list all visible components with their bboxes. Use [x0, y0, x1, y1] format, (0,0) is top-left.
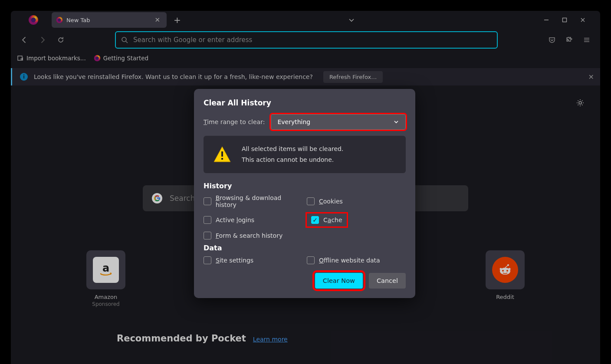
- history-checks: Browsing & download history Cookies Acti…: [204, 194, 406, 239]
- check-label: Cache: [323, 216, 342, 223]
- warning-icon: [212, 144, 232, 164]
- warning-box: All selected items will be cleared. This…: [204, 136, 406, 173]
- checkbox-icon: [204, 197, 211, 205]
- warning-line1: All selected items will be cleared.: [242, 144, 343, 154]
- clear-history-dialog: Clear All History Time range to clear: E…: [194, 89, 415, 298]
- svg-rect-25: [221, 151, 223, 157]
- check-form-history[interactable]: Form & search history: [204, 232, 302, 239]
- warning-line2: This action cannot be undone.: [242, 154, 343, 165]
- check-cache[interactable]: Cache: [311, 216, 342, 224]
- check-browsing-history[interactable]: Browsing & download history: [204, 194, 302, 208]
- checkbox-icon: [204, 256, 211, 264]
- history-heading: History: [204, 182, 406, 190]
- check-label: Form & search history: [216, 232, 283, 239]
- check-active-logins[interactable]: Active logins: [204, 213, 302, 226]
- checkbox-icon: [204, 216, 211, 224]
- checkbox-checked-icon: [311, 216, 319, 224]
- browser-window: New Tab ✕ +: [11, 11, 600, 364]
- check-offline-data[interactable]: Offline website data: [307, 256, 406, 264]
- svg-rect-26: [221, 158, 223, 160]
- dialog-title: Clear All History: [204, 98, 406, 107]
- check-label: Offline website data: [319, 257, 380, 264]
- check-label: Cookies: [319, 198, 343, 205]
- checkbox-icon: [307, 256, 315, 264]
- time-range-row: Time range to clear: Everything: [204, 114, 406, 130]
- data-heading: Data: [204, 244, 406, 252]
- dialog-actions: Clear Now Cancel: [204, 273, 406, 289]
- check-label: Site settings: [216, 257, 253, 264]
- check-site-settings[interactable]: Site settings: [204, 256, 302, 264]
- cancel-button[interactable]: Cancel: [369, 273, 406, 289]
- check-label: Active logins: [216, 216, 254, 223]
- checkbox-icon: [307, 197, 315, 205]
- time-range-value: Everything: [277, 118, 310, 125]
- chevron-down-icon: [393, 119, 399, 125]
- check-cookies[interactable]: Cookies: [307, 194, 406, 208]
- warning-text: All selected items will be cleared. This…: [242, 144, 343, 165]
- time-range-select[interactable]: Everything: [271, 114, 406, 130]
- clear-now-button[interactable]: Clear Now: [315, 273, 363, 289]
- checkbox-icon: [204, 232, 211, 239]
- data-checks: Site settings Offline website data: [204, 256, 406, 264]
- time-range-label: Time range to clear:: [204, 118, 265, 125]
- check-label: Browsing & download history: [216, 194, 302, 208]
- check-cache-highlighted: Cache: [307, 213, 347, 226]
